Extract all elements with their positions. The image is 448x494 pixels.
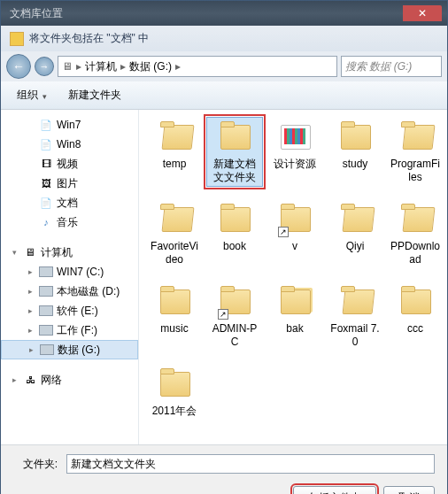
folder-icon: [395, 120, 436, 155]
folder-icon: [214, 202, 255, 237]
search-placeholder: 搜索 数据 (G:): [345, 59, 412, 74]
folder-item[interactable]: Foxmail 7.0: [327, 282, 383, 351]
folder-item[interactable]: v: [266, 199, 323, 269]
toggle-icon: [26, 120, 35, 130]
tree-lib-item[interactable]: Win7: [1, 115, 138, 135]
folder-item[interactable]: temp: [146, 117, 203, 187]
folder-label: 设计资源: [274, 158, 316, 171]
folder-label: music: [160, 322, 188, 336]
toggle-icon: [26, 179, 35, 189]
chevron-right-icon: ▸: [76, 60, 81, 73]
tree-lib-item[interactable]: 视频: [1, 154, 138, 174]
folder-item[interactable]: 新建文档文文件夹: [206, 117, 263, 187]
drive-icon: [39, 304, 53, 318]
folder-icon: [10, 32, 24, 46]
tree-lib-item[interactable]: Win8: [1, 135, 138, 154]
folder-label: v: [292, 240, 297, 253]
drive-icon: [39, 265, 53, 279]
window-title: 文档库位置: [6, 6, 401, 21]
shortcut-arrow-icon: [278, 227, 289, 237]
breadcrumb-item[interactable]: 数据 (G:): [129, 59, 172, 74]
tree-drive-item[interactable]: 软件 (E:): [1, 301, 138, 320]
folder-item[interactable]: ccc: [387, 282, 444, 351]
toggle-icon: [26, 198, 35, 208]
folder-icon: [154, 367, 195, 402]
tree-label: 软件 (E:): [57, 304, 98, 319]
tree-lib-item[interactable]: 文档: [1, 193, 138, 212]
chevron-right-icon: ▸: [175, 60, 181, 73]
tree-label: 数据 (G:): [58, 343, 100, 358]
pic-icon: [39, 176, 53, 190]
cancel-button[interactable]: 取消: [383, 486, 435, 494]
toggle-icon: [10, 248, 19, 258]
folder-icon: [335, 120, 375, 155]
tree-label: 本地磁盘 (D:): [57, 284, 120, 299]
folder-label: PPDownload: [390, 240, 441, 266]
folder-item[interactable]: ADMIN-PC: [206, 282, 263, 351]
tree-drive-item[interactable]: 数据 (G:): [1, 340, 138, 359]
folder-item[interactable]: FavoriteVideo: [146, 199, 203, 269]
folder-content[interactable]: temp新建文档文文件夹设计资源studyProgramFilesFavorit…: [139, 110, 447, 444]
include-folder-button[interactable]: 包括文件夹: [293, 486, 376, 494]
folder-label: book: [223, 240, 246, 253]
lib-icon: [39, 196, 53, 210]
toggle-icon: [26, 159, 35, 169]
tree-drive-item[interactable]: 本地磁盘 (D:): [1, 282, 138, 301]
shortcut-arrow-icon: [218, 309, 228, 320]
toolbar: 组织 新建文件夹: [1, 81, 447, 110]
folder-name-input[interactable]: [66, 454, 435, 474]
folder-item[interactable]: PPDownload: [387, 199, 444, 269]
folder-item[interactable]: bak: [266, 282, 323, 351]
tree-drive-item[interactable]: 工作 (F:): [1, 320, 138, 340]
lib-icon: [39, 118, 53, 132]
folder-icon: [214, 120, 255, 155]
folder-icon: [214, 284, 255, 320]
toggle-icon: [26, 140, 35, 150]
toggle-icon: [26, 267, 35, 277]
tree-label: WIN7 (C:): [57, 266, 104, 278]
tree-computer[interactable]: 计算机: [1, 243, 138, 262]
tree-drive-item[interactable]: WIN7 (C:): [1, 262, 138, 282]
tree-label: Win7: [57, 119, 81, 131]
folder-label: 新建文档文文件夹: [209, 158, 260, 184]
folder-item[interactable]: Qiyi: [327, 199, 383, 269]
search-input[interactable]: 搜索 数据 (G:): [341, 56, 442, 77]
tree-label: 计算机: [41, 245, 73, 260]
breadcrumb-item[interactable]: 计算机: [85, 59, 117, 74]
back-button[interactable]: ←: [6, 54, 31, 79]
tree-network[interactable]: 网络: [1, 370, 138, 390]
close-button[interactable]: [403, 5, 442, 21]
folder-item[interactable]: ProgramFiles: [387, 117, 444, 187]
folder-label: temp: [163, 158, 187, 171]
drive-icon: [39, 284, 53, 298]
folder-item[interactable]: music: [146, 282, 203, 351]
tree-lib-item[interactable]: 音乐: [1, 212, 138, 232]
breadcrumb-root-icon: 🖥: [62, 60, 73, 73]
folder-item[interactable]: 设计资源: [266, 117, 323, 187]
mus-icon: [39, 215, 53, 229]
folder-icon: [335, 284, 375, 320]
comp-icon: [23, 245, 37, 259]
toggle-icon: [26, 218, 35, 228]
breadcrumb[interactable]: 🖥 ▸ 计算机 ▸ 数据 (G:) ▸: [58, 56, 337, 77]
folder-item[interactable]: 2011年会: [146, 364, 203, 421]
organize-menu[interactable]: 组织: [10, 84, 54, 106]
lib-icon: [39, 137, 53, 151]
tree-panel: Win7Win8视频图片文档音乐计算机WIN7 (C:)本地磁盘 (D:)软件 …: [1, 110, 139, 444]
drive-icon: [39, 323, 53, 337]
tree-label: 文档: [57, 196, 78, 211]
folder-icon: [154, 284, 195, 320]
folder-item[interactable]: book: [206, 199, 263, 269]
bottom-panel: 文件夹: 包括文件夹 取消: [1, 444, 447, 494]
subtitle-bar: 将文件夹包括在 "文档" 中: [1, 26, 447, 51]
new-folder-button[interactable]: 新建文件夹: [61, 84, 128, 106]
chevron-right-icon: ▸: [120, 60, 126, 73]
toggle-icon: [27, 345, 36, 355]
folder-icon: [274, 202, 315, 237]
folder-item[interactable]: study: [327, 117, 383, 187]
folder-icon: [335, 202, 375, 237]
folder-label: Foxmail 7.0: [329, 322, 381, 349]
forward-button[interactable]: →: [35, 57, 54, 76]
tree-label: Win8: [57, 138, 81, 151]
tree-lib-item[interactable]: 图片: [1, 174, 138, 193]
